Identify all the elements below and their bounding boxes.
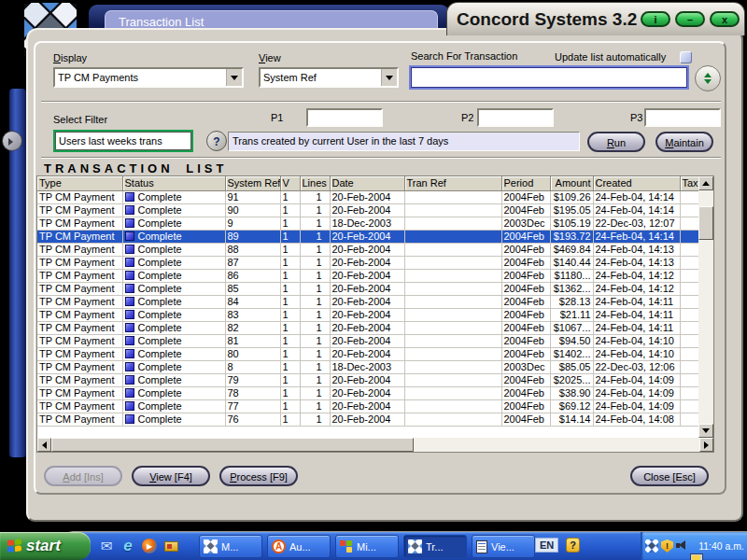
table-row[interactable]: TP CM Payment Complete 78 1 1 20-Feb-200… xyxy=(37,386,698,399)
table-row[interactable]: TP CM Payment Complete 9 1 1 18-Dec-2003… xyxy=(37,217,698,230)
p3-input[interactable] xyxy=(644,108,721,127)
col-header-v[interactable]: V xyxy=(280,176,300,190)
col-header-lines[interactable]: Lines xyxy=(300,176,330,190)
table-row[interactable]: TP CM Payment Complete 86 1 1 20-Feb-200… xyxy=(37,269,698,282)
info-button[interactable]: i xyxy=(641,11,670,27)
volume-icon[interactable] xyxy=(676,539,688,552)
app-title: Concord Systems 3.2 xyxy=(457,9,641,30)
desktop: Transaction List Concord Systems 3.2 i –… xyxy=(0,0,747,560)
show-desktop-icon[interactable] xyxy=(162,537,180,555)
status-icon xyxy=(125,336,134,345)
process-button[interactable]: Process [F9] xyxy=(219,466,298,486)
document-icon xyxy=(476,540,487,553)
table-row[interactable]: TP CM Payment Complete 85 1 1 20-Feb-200… xyxy=(37,282,698,295)
scroll-left-button[interactable] xyxy=(37,438,51,452)
concord-tray-icon[interactable] xyxy=(645,539,658,553)
status-icon xyxy=(125,192,134,202)
table-row[interactable]: TP CM Payment Complete 8 1 1 18-Dec-2003… xyxy=(37,360,698,373)
internet-explorer-icon[interactable]: e xyxy=(119,537,137,555)
horizontal-scroll-thumb[interactable] xyxy=(51,438,414,452)
p1-input[interactable] xyxy=(306,108,383,127)
taskbar-task-1[interactable]: M... xyxy=(199,535,262,558)
close-window-button[interactable]: x xyxy=(710,11,740,27)
table-row[interactable]: TP CM Payment Complete 77 1 1 20-Feb-200… xyxy=(37,399,698,413)
col-header-period[interactable]: Period xyxy=(501,176,550,190)
outlook-express-icon[interactable]: ✉ xyxy=(97,537,116,555)
run-button[interactable]: Run xyxy=(587,132,645,152)
table-row[interactable]: TP CM Payment Complete 80 1 1 20-Feb-200… xyxy=(37,347,698,360)
table-row[interactable]: TP CM Payment Complete 91 1 1 20-Feb-200… xyxy=(37,190,698,203)
add-button[interactable]: Add [Ins] xyxy=(44,466,122,486)
col-header-system-ref[interactable]: System Ref xyxy=(225,176,280,190)
col-header-amount[interactable]: Amount xyxy=(550,176,593,190)
p2-input[interactable] xyxy=(477,108,554,127)
display-dropdown[interactable]: TP CM Payments xyxy=(53,67,244,88)
minimize-button[interactable]: – xyxy=(675,11,705,27)
table-row[interactable]: TP CM Payment Complete 81 1 1 20-Feb-200… xyxy=(37,334,698,347)
table-row[interactable]: TP CM Payment Complete 89 1 1 20-Feb-200… xyxy=(37,230,698,243)
table-row[interactable]: TP CM Payment Complete 88 1 1 20-Feb-200… xyxy=(37,243,698,256)
divider xyxy=(41,157,721,159)
scroll-down-button[interactable] xyxy=(698,424,713,438)
update-list-checkbox[interactable] xyxy=(680,51,692,63)
col-header-date[interactable]: Date xyxy=(330,176,404,190)
taskbar-task-4-active[interactable]: Tr... xyxy=(403,535,467,558)
select-filter-input[interactable] xyxy=(55,132,191,150)
horizontal-scrollbar[interactable] xyxy=(37,438,713,452)
start-button[interactable]: start xyxy=(0,532,91,560)
security-shield-icon[interactable]: ! xyxy=(661,539,673,553)
status-icon xyxy=(125,349,134,358)
col-header-status[interactable]: Status xyxy=(122,176,225,190)
view-dropdown-button[interactable] xyxy=(381,69,397,86)
status-icon xyxy=(125,414,134,424)
table-row[interactable]: TP CM Payment Complete 83 1 1 20-Feb-200… xyxy=(37,308,698,321)
filter-help-button[interactable]: ? xyxy=(206,131,227,151)
col-header-tran-ref[interactable]: Tran Ref xyxy=(404,176,501,190)
view-dropdown[interactable]: System Ref xyxy=(259,67,399,88)
table-row[interactable]: TP CM Payment Complete 84 1 1 20-Feb-200… xyxy=(37,295,698,308)
record-spinner-button[interactable] xyxy=(695,65,721,91)
taskbar-task-3[interactable]: Mi... xyxy=(335,535,399,558)
search-box xyxy=(409,65,689,90)
update-list-label: Update list automatically xyxy=(555,51,666,63)
arrow-up-icon xyxy=(702,181,710,186)
p1-label: P1 xyxy=(271,112,283,123)
spinner-up-icon xyxy=(704,73,712,77)
task-label: Mi... xyxy=(357,541,376,553)
taskbar-task-5[interactable]: Vie... xyxy=(472,535,535,558)
maintain-button[interactable]: Maintain xyxy=(655,132,713,152)
task-label: Au... xyxy=(289,541,311,553)
select-filter-box xyxy=(53,130,193,152)
taskbar-task-2[interactable]: A Au... xyxy=(267,535,331,558)
col-header-tax[interactable]: Tax xyxy=(680,176,698,190)
arrow-down-icon xyxy=(702,428,710,433)
windows-flag-icon xyxy=(7,539,22,554)
close-button[interactable]: Close [Esc] xyxy=(630,466,709,486)
media-player-icon[interactable]: ▶ xyxy=(140,537,159,555)
table-row[interactable]: TP CM Payment Complete 87 1 1 20-Feb-200… xyxy=(37,256,698,269)
scroll-right-button[interactable] xyxy=(699,438,713,452)
search-input[interactable] xyxy=(411,67,687,88)
col-header-type[interactable]: Type xyxy=(37,176,122,190)
table-row[interactable]: TP CM Payment Complete 79 1 1 20-Feb-200… xyxy=(37,373,698,386)
table-row[interactable]: TP CM Payment Complete 82 1 1 20-Feb-200… xyxy=(37,321,698,334)
help-icon[interactable]: ? xyxy=(566,538,580,553)
vertical-scroll-thumb[interactable] xyxy=(698,206,713,240)
section-title: TRANSACTION LIST xyxy=(44,161,227,175)
table-row[interactable]: TP CM Payment Complete 76 1 1 20-Feb-200… xyxy=(37,413,698,426)
network-computer-icon[interactable] xyxy=(690,553,703,560)
vertical-scrollbar[interactable] xyxy=(698,176,713,438)
table-row[interactable]: TP CM Payment Complete 90 1 1 20-Feb-200… xyxy=(37,203,698,217)
view-label: View xyxy=(259,52,281,63)
transaction-list-dialog: Display TP CM Payments View System Ref S… xyxy=(34,41,726,495)
status-icon xyxy=(125,271,134,280)
p3-label: P3 xyxy=(630,112,642,123)
col-header-created[interactable]: Created xyxy=(593,176,680,190)
system-tray: ! × 11:40 a.m. xyxy=(641,532,747,560)
view-button[interactable]: View [F4] xyxy=(132,466,210,486)
side-panel-handle[interactable] xyxy=(2,131,22,151)
chevron-down-icon xyxy=(386,76,393,80)
language-indicator[interactable]: EN xyxy=(535,538,558,553)
display-dropdown-button[interactable] xyxy=(226,69,242,86)
scroll-up-button[interactable] xyxy=(698,176,713,190)
